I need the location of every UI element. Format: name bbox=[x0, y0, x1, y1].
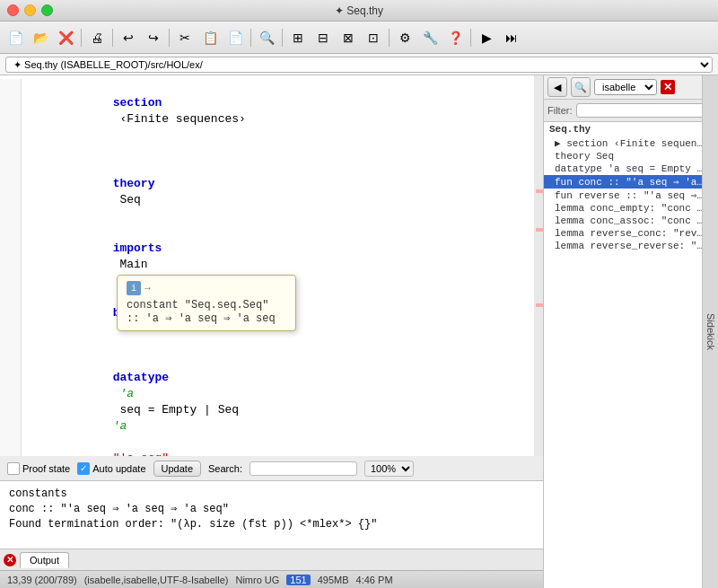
keyword-datatype: datatype bbox=[113, 371, 169, 384]
bottom-toolbar: Proof state ✓ Auto update Update Search:… bbox=[0, 456, 543, 481]
sidekick-tab[interactable]: Sidekick bbox=[702, 75, 718, 588]
code-lines: section ‹Finite sequences› theory Seq im… bbox=[22, 79, 543, 456]
string: "'a seq" bbox=[113, 452, 169, 456]
bottom-line-1: constants bbox=[9, 487, 534, 502]
keyword-section: section bbox=[113, 96, 162, 110]
settings-icon[interactable]: ⚙ bbox=[393, 26, 416, 49]
filter-row: Filter: ✦ bbox=[544, 100, 718, 122]
time-display: 4:46 PM bbox=[356, 575, 393, 585]
sidebar-tree[interactable]: Seq.thy ▶ section ‹Finite sequences› the… bbox=[544, 122, 718, 588]
scroll-marker-3 bbox=[536, 303, 543, 307]
code-text bbox=[113, 435, 120, 449]
isabelle-select[interactable]: isabelle bbox=[594, 79, 657, 95]
proof-state-label: Proof state bbox=[22, 463, 70, 474]
view3-icon[interactable]: ⊠ bbox=[337, 26, 360, 49]
tree-item-fun-reverse[interactable]: fun reverse :: "'a seq ⇒ 'a seq bbox=[544, 189, 718, 202]
close-button[interactable] bbox=[7, 4, 19, 16]
tree-item-fun-conc[interactable]: fun conc :: "'a seq ⇒ 'a seq ⇒ 'a se bbox=[544, 175, 718, 189]
cut-icon[interactable]: ✂ bbox=[173, 26, 197, 49]
paste-icon[interactable]: 📄 bbox=[223, 26, 247, 49]
find-icon[interactable]: 🔍 bbox=[255, 26, 278, 49]
window-title: ✦ Seq.thy bbox=[335, 4, 383, 17]
auto-update-check-icon[interactable]: ✓ bbox=[77, 462, 90, 475]
sep3 bbox=[169, 29, 170, 47]
view4-icon[interactable]: ⊡ bbox=[362, 26, 385, 49]
proof-state-check[interactable] bbox=[7, 462, 20, 475]
sep6 bbox=[389, 29, 390, 47]
toolbar: 📄 📂 ❌ 🖨 ↩ ↪ ✂ 📋 📄 🔍 ⊞ ⊟ ⊠ ⊡ ⚙ 🔧 ❓ ▶ ⏭ bbox=[0, 22, 718, 54]
tree-item-datatype[interactable]: datatype 'a seq = Empty | Seq 'a "'a se bbox=[544, 162, 718, 175]
auto-update-label: Auto update bbox=[92, 463, 145, 474]
update-button[interactable]: Update bbox=[153, 461, 201, 477]
tree-item-lemma-assoc[interactable]: lemma conc_assoc: "conc (conc xs ys) z bbox=[544, 215, 718, 227]
tree-item-theory[interactable]: theory Seq bbox=[544, 150, 718, 162]
plugin-icon[interactable]: 🔧 bbox=[418, 26, 442, 49]
mode-label: Nimro UG bbox=[235, 575, 279, 585]
autocomplete-popup: i → constant "Seq.seq.Seq" :: 'a ⇒ 'a se… bbox=[117, 275, 296, 331]
sidebar-back-icon[interactable]: ◀ bbox=[547, 77, 567, 97]
print-icon[interactable]: 🖨 bbox=[85, 26, 109, 49]
code-text: seq = Empty | Seq bbox=[113, 403, 246, 417]
editor-area: section ‹Finite sequences› theory Seq im… bbox=[0, 75, 543, 588]
popup-line2: :: 'a ⇒ 'a seq ⇒ 'a seq bbox=[127, 312, 286, 325]
sep1 bbox=[81, 29, 82, 47]
isabelle-row: ◀ 🔍 isabelle ✕ bbox=[544, 75, 718, 100]
search-input[interactable] bbox=[250, 461, 357, 476]
next-icon[interactable]: ⏭ bbox=[500, 26, 523, 49]
close-red-button[interactable]: ✕ bbox=[661, 80, 675, 94]
editor-scroll[interactable]: section ‹Finite sequences› theory Seq im… bbox=[0, 75, 543, 456]
code-line-empty bbox=[29, 144, 536, 160]
memory-usage: 495MB bbox=[318, 575, 349, 585]
popup-arrow: → bbox=[144, 283, 151, 294]
window-buttons[interactable] bbox=[7, 4, 53, 16]
help-icon[interactable]: ❓ bbox=[443, 26, 467, 49]
proof-state-checkbox[interactable]: Proof state bbox=[7, 462, 70, 475]
tree-item-lemma-empty[interactable]: lemma conc_empty: "conc xs Empty = xs" bbox=[544, 202, 718, 215]
filter-label: Filter: bbox=[547, 105, 573, 116]
keyword-theory: theory bbox=[113, 177, 155, 190]
tree-item-lemma-reverse-reverse[interactable]: lemma reverse_reverse: "reverse (rever bbox=[544, 240, 718, 252]
filepath-select[interactable]: ✦ Seq.thy (ISABELLE_ROOT)/src/HOL/ex/ bbox=[5, 57, 713, 73]
right-sidebar: ◀ 🔍 isabelle ✕ Filter: ✦ Seq.thy ▶ secti… bbox=[543, 75, 718, 588]
redo-icon[interactable]: ↪ bbox=[142, 26, 165, 49]
close-icon[interactable]: ❌ bbox=[54, 26, 77, 49]
code-text: Seq bbox=[113, 193, 141, 206]
maximize-button[interactable] bbox=[41, 4, 53, 16]
code-text: ‹Finite sequences› bbox=[113, 112, 246, 126]
copy-icon[interactable]: 📋 bbox=[198, 26, 222, 49]
play-icon[interactable]: ▶ bbox=[475, 26, 498, 49]
scroll-marker-1 bbox=[536, 189, 543, 193]
undo-icon[interactable]: ↩ bbox=[117, 26, 140, 49]
bottom-line-2: conc :: "'a seq ⇒ 'a seq ⇒ 'a seq" bbox=[9, 502, 534, 517]
output-tabs: ✕ Output bbox=[0, 549, 543, 570]
scroll-marker-2 bbox=[536, 228, 543, 232]
line-position: 151 bbox=[286, 575, 310, 585]
code-line: theory Seq bbox=[29, 160, 536, 224]
view1-icon[interactable]: ⊞ bbox=[286, 26, 310, 49]
minimize-button[interactable] bbox=[24, 4, 36, 16]
filter-input[interactable] bbox=[576, 103, 709, 118]
zoom-select[interactable]: 100% bbox=[364, 461, 414, 477]
editor-scrollbar[interactable] bbox=[534, 75, 543, 456]
popup-line1: constant "Seq.seq.Seq" bbox=[127, 299, 286, 312]
tree-item-section[interactable]: ▶ section ‹Finite sequences› bbox=[544, 136, 718, 150]
main-container: section ‹Finite sequences› theory Seq im… bbox=[0, 75, 718, 588]
new-file-icon[interactable]: 📄 bbox=[4, 26, 27, 49]
sep7 bbox=[470, 29, 471, 47]
keyword-imports: imports bbox=[113, 241, 162, 255]
open-icon[interactable]: 📂 bbox=[29, 26, 52, 49]
code-text: Main bbox=[113, 258, 148, 271]
sidebar-search-icon[interactable]: 🔍 bbox=[571, 77, 591, 97]
tree-item-lemma-reverse-conc[interactable]: lemma reverse_conc: "reverse (conc xs ) bbox=[544, 227, 718, 240]
popup-info-icon: i bbox=[127, 281, 141, 295]
search-label: Search: bbox=[208, 463, 242, 474]
auto-update-checkbox[interactable]: ✓ Auto update bbox=[77, 462, 145, 475]
line-numbers bbox=[0, 79, 22, 456]
popup-body: constant "Seq.seq.Seq" :: 'a ⇒ 'a seq ⇒ … bbox=[127, 299, 286, 325]
output-tab[interactable]: Output bbox=[20, 552, 69, 568]
code-line-empty bbox=[29, 338, 536, 354]
editor-content: section ‹Finite sequences› theory Seq im… bbox=[0, 75, 543, 456]
view2-icon[interactable]: ⊟ bbox=[311, 26, 335, 49]
code-line: section ‹Finite sequences› bbox=[29, 79, 536, 144]
popup-header: i → bbox=[127, 281, 286, 295]
